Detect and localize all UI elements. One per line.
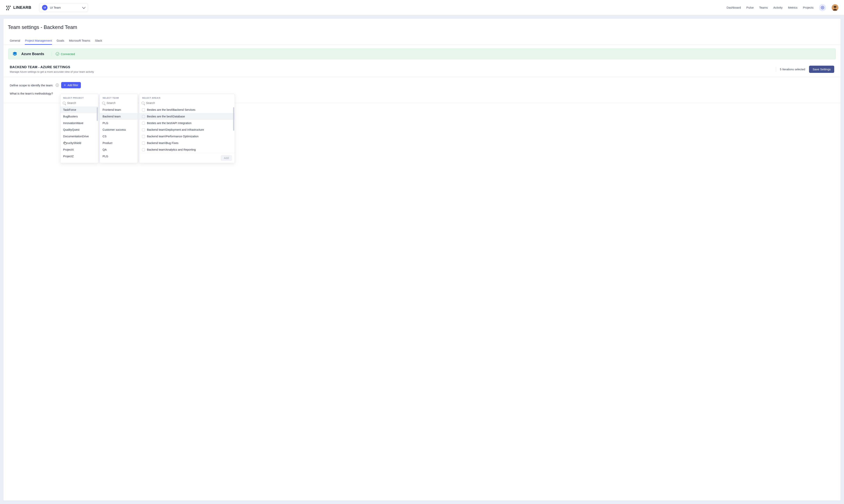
team-item[interactable]: QA [100,146,138,153]
team-picker[interactable]: UI UI Team [39,3,88,12]
select-area-panel: SELECT AREA/S Besties are the best\Backe… [139,94,235,163]
nav-pulse[interactable]: Pulse [746,6,754,9]
team-item[interactable]: PLG [100,120,138,126]
team-search[interactable] [100,100,138,106]
checkbox[interactable] [142,108,145,111]
area-item-label: Backend team\Performance Optimization [147,135,198,138]
plus-icon: + [64,84,66,87]
area-search-input[interactable] [146,102,232,105]
team-list: Frontend teamBackend teamPLGCustomer suc… [100,106,138,163]
project-item[interactable]: ProjectX [60,146,98,153]
check-circle-icon [56,52,59,56]
avatar-icon [832,4,838,11]
checkbox[interactable] [142,142,145,145]
team-item[interactable]: Frontend team [100,106,138,113]
project-search-input[interactable] [67,102,104,105]
settings-button[interactable] [819,4,826,11]
logo-text: LINEARB [13,5,31,10]
area-item[interactable]: Backend team\Deployment and Infrastructu… [139,126,235,133]
page-title: Team settings - Backend Team [3,19,841,32]
svg-point-0 [6,6,7,7]
project-item[interactable]: ProjectZ [60,153,98,160]
area-item[interactable]: Backend team\Performance Optimization [139,133,235,140]
section-title: BACKEND TEAM - AZURE SETTINGS [10,65,94,69]
nav-metrics[interactable]: Metrics [788,6,797,9]
svg-point-5 [6,9,7,10]
area-search[interactable] [139,100,235,106]
area-item[interactable]: Besties are the best\Backend Services [139,106,235,113]
svg-point-2 [10,6,11,7]
tab-general[interactable]: General [10,37,20,45]
checkbox[interactable] [142,135,145,138]
cursor-icon [64,141,67,146]
user-avatar[interactable] [831,4,839,11]
logo[interactable]: LINEARB [5,5,31,10]
tab-microsoft-teams[interactable]: Microsoft Teams [69,37,90,45]
scrollbar-thumb[interactable] [233,107,234,131]
svg-point-6 [8,9,9,10]
project-item[interactable]: QualityQuest [60,126,98,133]
status-text: Connected [61,52,75,56]
team-item[interactable]: Backend team [100,113,138,120]
project-item[interactable]: DocumentationDrive [60,133,98,140]
select-team-panel: SELECT TEAM Frontend teamBackend teamPLG… [100,94,138,163]
nav-teams[interactable]: Teams [759,6,768,9]
area-item-label: Besties are the best\Backend Services [147,108,195,111]
team-item[interactable]: CS [100,133,138,140]
svg-point-1 [8,6,9,7]
svg-point-4 [8,7,10,8]
nav-projects[interactable]: Projects [803,6,813,9]
tab-slack[interactable]: Slack [95,37,102,45]
checkbox[interactable] [142,115,145,118]
select-project-panel: SELECT PROJECT TaskForceBugBustersInnova… [60,94,98,163]
area-item-label: Besties are the best\API Integration [147,122,192,125]
scrollbar-thumb[interactable] [97,107,98,121]
team-item[interactable]: Customer success [100,126,138,133]
svg-point-3 [7,7,8,8]
project-item[interactable]: TaskForce [60,106,98,113]
gear-icon [821,6,824,10]
team-picker-name: UI Team [50,6,61,9]
select-project-header: SELECT PROJECT [60,94,98,100]
area-item[interactable]: Backend team\Bug Fixes [139,140,235,146]
add-filter-button[interactable]: + Add filter [61,82,81,88]
team-badge: UI [42,5,48,10]
tab-goals[interactable]: Goals [57,37,64,45]
select-team-header: SELECT TEAM [100,94,138,100]
area-item-label: Backend team\Bug Fixes [147,141,178,145]
area-item[interactable]: Besties are the best\Database [139,113,235,120]
save-settings-button[interactable]: Save Settings [809,66,834,73]
project-item[interactable]: InnovationWave [60,120,98,126]
integration-status: Connected [56,52,75,56]
area-item[interactable]: Besties are the best\API Integration [139,120,235,126]
search-icon [142,102,144,104]
tabs: General Project Management Goals Microso… [3,32,841,45]
area-list: Besties are the best\Backend ServicesBes… [139,106,235,153]
area-item-label: Backend team\Analytics and Reporting [147,148,196,151]
team-item[interactable]: Product [100,140,138,146]
nav-dashboard[interactable]: Dashboard [726,6,741,9]
integration-name: Azure Boards [21,52,44,56]
area-item[interactable]: Backend team\Analytics and Reporting [139,146,235,153]
project-search[interactable] [60,100,98,106]
team-item[interactable]: PLG [100,153,138,160]
project-item[interactable]: BugBusters [60,113,98,120]
integration-banner: Azure Boards Connected [8,49,836,59]
checkbox[interactable] [142,122,145,125]
add-filter-label: Add filter [67,84,78,87]
nav-activity[interactable]: Activity [773,6,783,9]
svg-rect-10 [833,6,837,7]
scope-label: Define scope to identify the team: [10,84,53,87]
area-add-button[interactable]: Add [221,155,232,161]
azure-boards-icon [12,51,17,56]
project-list: TaskForceBugBustersInnovationWaveQuality… [60,106,98,163]
checkbox[interactable] [142,128,145,131]
area-item-label: Backend team\Deployment and Infrastructu… [147,128,204,131]
search-icon [63,102,66,104]
select-area-header: SELECT AREA/S [139,94,235,100]
checkbox[interactable] [142,148,145,151]
info-icon[interactable]: i [56,84,59,87]
team-search-input[interactable] [107,102,144,105]
tab-project-management[interactable]: Project Management [25,37,52,45]
search-icon [102,102,105,104]
